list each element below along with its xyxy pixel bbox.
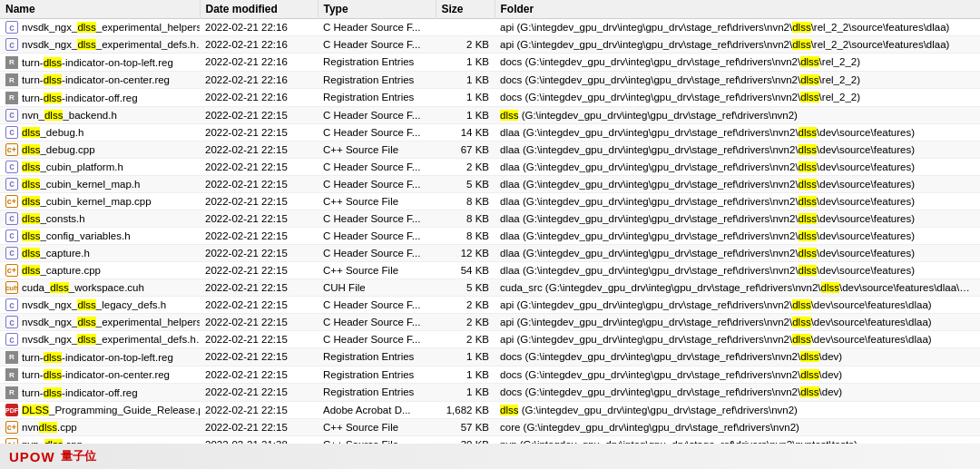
table-row[interactable]: cdlss_consts.h2022-02-21 22:15C Header S… xyxy=(0,210,980,227)
table-row[interactable]: cnvsdk_ngx_dlss_experimental_helpers.h20… xyxy=(0,314,980,331)
table-row[interactable]: Rturn-dlss-indicator-on-center.reg2022-0… xyxy=(0,71,980,89)
cell-name: cnvn_dlss_backend.h xyxy=(0,106,200,123)
cell-date: 2022-02-21 22:15 xyxy=(200,348,318,366)
cell-size: 5 KB xyxy=(436,175,495,192)
cell-folder: dlaa (G:\integdev_gpu_drv\integ\gpu_drv\… xyxy=(495,261,980,278)
cell-date: 2022-02-21 22:15 xyxy=(200,210,318,227)
table-row[interactable]: c+dlss_cubin_kernel_map.cpp2022-02-21 22… xyxy=(0,192,980,210)
cell-type: C Header Source F... xyxy=(318,331,436,348)
filename-text: cuda_dlss_workspace.cuh xyxy=(22,282,144,293)
cell-name: cdlss_debug.h xyxy=(0,123,200,141)
cell-date: 2022-02-21 22:15 xyxy=(200,314,318,331)
c-icon: c xyxy=(5,316,18,328)
cell-size: 1 KB xyxy=(436,71,495,89)
cell-type: Registration Entries xyxy=(318,89,436,107)
cell-date: 2022-02-21 22:15 xyxy=(200,106,318,123)
cell-type: C Header Source F... xyxy=(318,210,436,227)
cell-folder: api (G:\integdev_gpu_drv\integ\gpu_drv\s… xyxy=(495,19,980,36)
table-row[interactable]: Rturn-dlss-indicator-off.reg2022-02-21 2… xyxy=(0,89,980,107)
table-row[interactable]: PDFDLSS_Programming_Guide_Release.pdf202… xyxy=(0,401,980,419)
cell-type: C Header Source F... xyxy=(318,175,436,192)
cell-date: 2022-02-21 22:15 xyxy=(200,366,318,384)
table-row[interactable]: cnvn_dlss_backend.h2022-02-21 22:15C Hea… xyxy=(0,106,980,123)
cell-name: c+dlss_cubin_kernel_map.cpp xyxy=(0,192,200,210)
cell-size: 54 KB xyxy=(436,261,495,278)
cell-date: 2022-02-21 22:15 xyxy=(200,227,318,244)
cell-size: 2 KB xyxy=(436,331,495,348)
table-row[interactable]: cuhcuda_dlss_workspace.cuh2022-02-21 22:… xyxy=(0,278,980,297)
table-row[interactable]: cdlss_cubin_kernel_map.h2022-02-21 22:15… xyxy=(0,175,980,192)
cell-size: 1,682 KB xyxy=(436,401,495,419)
cell-date: 2022-02-21 22:16 xyxy=(200,36,318,54)
table-row[interactable]: cdlss_capture.h2022-02-21 22:15C Header … xyxy=(0,244,980,261)
cell-folder: api (G:\integdev_gpu_drv\integ\gpu_drv\s… xyxy=(495,331,980,348)
table-row[interactable]: cdlss_config_variables.h2022-02-21 22:15… xyxy=(0,227,980,244)
table-row[interactable]: cnvsdk_ngx_dlss_experimental_helpers.h20… xyxy=(0,19,980,36)
c-icon: c xyxy=(5,298,18,311)
filename-text: dlss_config_variables.h xyxy=(22,230,131,241)
cell-type: C++ Source File xyxy=(318,192,436,210)
table-row[interactable]: Rturn-dlss-indicator-off.reg2022-02-21 2… xyxy=(0,384,980,402)
table-row[interactable]: c+nvndlss.cpp2022-02-21 22:15C++ Source … xyxy=(0,419,980,436)
table-row[interactable]: cnvsdk_ngx_dlss_experimental_defs.h2022-… xyxy=(0,331,980,348)
cell-size: 2 KB xyxy=(436,36,495,54)
filename-text: dlss_capture.cpp xyxy=(22,265,101,276)
cell-name: Rturn-dlss-indicator-off.reg xyxy=(0,384,200,402)
cell-type: C Header Source F... xyxy=(318,158,436,175)
filename-text: dlss_consts.h xyxy=(22,213,85,224)
cell-date: 2022-02-21 22:15 xyxy=(200,244,318,261)
cell-date: 2022-02-21 22:15 xyxy=(200,401,318,419)
cell-date: 2022-02-21 22:16 xyxy=(200,54,318,72)
cell-size: 67 KB xyxy=(436,141,495,158)
cell-name: Rturn-dlss-indicator-off.reg xyxy=(0,89,200,107)
cell-folder: core (G:\integdev_gpu_drv\integ\gpu_drv\… xyxy=(495,419,980,436)
col-header-type[interactable]: Type xyxy=(318,0,436,19)
filename-text: nvndlss.cpp xyxy=(22,422,77,433)
cell-size: 1 KB xyxy=(436,106,495,123)
cell-name: cnvsdk_ngx_dlss_experimental_defs.h xyxy=(0,331,200,348)
file-table: Name Date modified Type Size Folder cnvs… xyxy=(0,0,980,469)
table-row[interactable]: cdlss_debug.h2022-02-21 22:15C Header So… xyxy=(0,123,980,141)
table-row[interactable]: Rturn-dlss-indicator-on-top-left.reg2022… xyxy=(0,348,980,366)
cell-folder: docs (G:\integdev_gpu_drv\integ\gpu_drv\… xyxy=(495,366,980,384)
cell-type: Adobe Acrobat D... xyxy=(318,401,436,419)
cell-size: 14 KB xyxy=(436,123,495,141)
cell-name: cdlss_capture.h xyxy=(0,244,200,261)
c-icon: c xyxy=(5,230,18,242)
table-header-row: Name Date modified Type Size Folder xyxy=(0,0,980,19)
cell-date: 2022-02-21 22:15 xyxy=(200,158,318,175)
cell-size: 1 KB xyxy=(436,384,495,402)
table-row[interactable]: cnvsdk_ngx_dlss_legacy_defs.h2022-02-21 … xyxy=(0,297,980,314)
cell-type: C Header Source F... xyxy=(318,244,436,261)
table-row[interactable]: Rturn-dlss-indicator-on-top-left.reg2022… xyxy=(0,54,980,72)
cell-date: 2022-02-21 22:15 xyxy=(200,175,318,192)
table-row[interactable]: c+dlss_debug.cpp2022-02-21 22:15C++ Sour… xyxy=(0,141,980,158)
filename-text: nvsdk_ngx_dlss_experimental_helpers.h xyxy=(22,22,200,33)
col-header-date[interactable]: Date modified xyxy=(200,0,318,19)
cell-date: 2022-02-21 22:15 xyxy=(200,123,318,141)
filename-text: turn-dlss-indicator-off.reg xyxy=(22,93,138,103)
cell-size xyxy=(436,19,495,36)
filename-text: nvsdk_ngx_dlss_experimental_defs.h xyxy=(22,39,196,50)
reg-icon: R xyxy=(5,351,18,364)
cell-date: 2022-02-21 22:15 xyxy=(200,297,318,314)
table-row[interactable]: Rturn-dlss-indicator-on-center.reg2022-0… xyxy=(0,366,980,384)
reg-icon: R xyxy=(5,386,18,399)
table-row[interactable]: cdlss_cubin_platform.h2022-02-21 22:15C … xyxy=(0,158,980,175)
cell-date: 2022-02-21 22:15 xyxy=(200,261,318,278)
table-row[interactable]: c+dlss_capture.cpp2022-02-21 22:15C++ So… xyxy=(0,261,980,278)
cell-date: 2022-02-21 22:16 xyxy=(200,19,318,36)
filename-text: nvn_dlss_backend.h xyxy=(22,110,117,121)
cell-type: C Header Source F... xyxy=(318,297,436,314)
cell-folder: api (G:\integdev_gpu_drv\integ\gpu_drv\s… xyxy=(495,314,980,331)
file-explorer: Name Date modified Type Size Folder cnvs… xyxy=(0,0,980,469)
filename-text: dlss_capture.h xyxy=(22,248,90,259)
col-header-name[interactable]: Name xyxy=(0,0,200,19)
cell-name: cdlss_cubin_platform.h xyxy=(0,158,200,175)
col-header-size[interactable]: Size xyxy=(436,0,495,19)
col-header-folder[interactable]: Folder xyxy=(495,0,980,19)
cell-size: 2 KB xyxy=(436,297,495,314)
cell-type: C++ Source File xyxy=(318,419,436,436)
table-row[interactable]: cnvsdk_ngx_dlss_experimental_defs.h2022-… xyxy=(0,36,980,54)
reg-icon: R xyxy=(5,73,18,86)
